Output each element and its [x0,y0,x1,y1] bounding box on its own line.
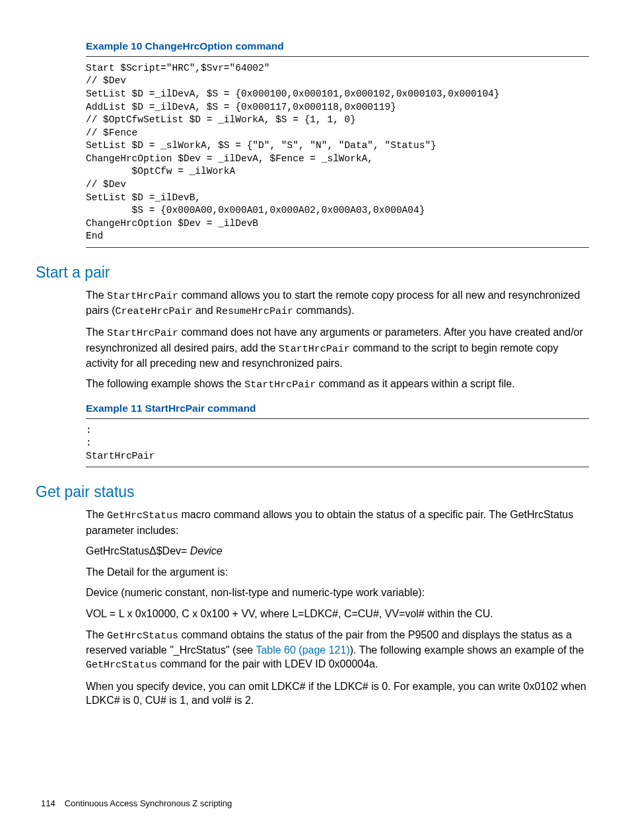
example-10-block: Example 10 ChangeHrcOption command Start… [86,40,589,248]
text: The following example shows the [86,378,244,389]
page-number: 114 [41,798,55,808]
example-10-code: Start $Script="HRC",$Svr="64002" // $Dev… [86,62,589,243]
chapter-title: Continuous Access Synchronous Z scriptin… [65,798,232,808]
code-inline: StartHrcPair [107,291,178,302]
start-a-pair-body: The StartHrcPair command allows you to s… [86,288,589,467]
text: command for the pair with LDEV ID 0x0000… [157,658,378,669]
example-11-title: Example 11 StartHrcPair command [86,402,589,416]
code-inline: StartHrcPair [244,379,316,391]
code-inline: CreateHrcPair [115,306,192,317]
text: commands). [293,305,354,316]
text: and [192,305,216,316]
page-content: Example 10 ChangeHrcOption command Start… [0,0,630,708]
get-status-p1: The GetHrcStatus macro command allows yo… [86,508,589,537]
text: command as it appears within a script fi… [316,378,514,389]
text: GetHrcStatusΔ$Dev= [86,545,190,556]
example-11-code: : : StartHrcPair [86,424,589,463]
heading-start-a-pair: Start a pair [36,262,589,283]
text: The [86,326,107,338]
get-status-p3: The Detail for the argument is: [86,565,589,580]
code-inline: ResumeHrcPair [216,306,293,317]
emphasis: Device [190,545,223,556]
page-footer: 114Continuous Access Synchronous Z scrip… [41,798,232,810]
text: The [86,289,107,301]
code-inline: StartHrcPair [107,328,178,339]
code-inline: GetHrcStatus [86,660,157,671]
cross-ref-link[interactable]: Table 60 (page 121) [256,644,349,656]
text: ). The following example shows an exampl… [350,644,584,656]
get-status-p5: VOL = L x 0x10000, C x 0x100 + VV, where… [86,607,589,621]
get-status-p4: Device (numeric constant, non-list-type … [86,586,589,600]
get-pair-status-body: The GetHrcStatus macro command allows yo… [86,508,589,708]
code-inline: StartHrcPair [279,344,350,355]
start-pair-p2: The StartHrcPair command does not have a… [86,325,589,370]
text: The [86,509,107,520]
start-pair-p1: The StartHrcPair command allows you to s… [86,288,589,319]
heading-get-pair-status: Get pair status [36,482,589,502]
example-10-code-box: Start $Script="HRC",$Svr="64002" // $Dev… [86,56,589,248]
example-11-code-box: : : StartHrcPair [86,418,589,468]
text: The [86,629,107,640]
start-pair-p3: The following example shows the StartHrc… [86,377,589,392]
get-status-p2: GetHrcStatusΔ$Dev= Device [86,544,589,558]
example-10-title: Example 10 ChangeHrcOption command [86,40,589,54]
code-inline: GetHrcStatus [107,510,178,521]
get-status-p6: The GetHrcStatus command obtains the sta… [86,628,589,673]
get-status-p7: When you specify device, you can omit LD… [86,679,589,708]
code-inline: GetHrcStatus [107,630,178,642]
